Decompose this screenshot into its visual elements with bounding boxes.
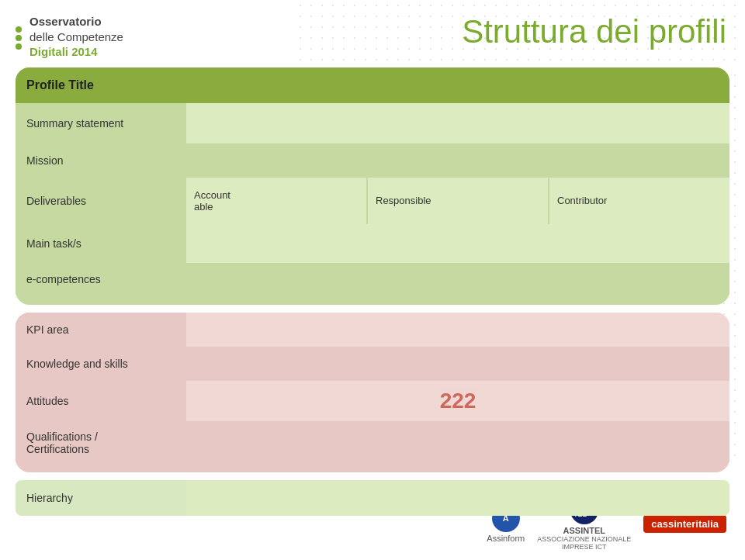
maintask-content: [186, 224, 729, 263]
page-title: Struttura dei profili: [462, 14, 726, 50]
knowledge-row: Knowledge and skills: [16, 347, 729, 381]
attitudes-number: 222: [440, 389, 476, 413]
knowledge-label: Knowledge and skills: [16, 347, 186, 381]
deliverables-cols: Account able Responsible Contributor: [186, 178, 729, 224]
deliverables-col-3: Contributor: [549, 178, 729, 224]
ecomp-content: [186, 263, 729, 296]
kpi-row: KPI area: [16, 313, 729, 347]
summary-label: Summary statement: [16, 103, 186, 143]
deliverables-col-1: Account able: [186, 178, 368, 224]
logo-dot-3: [16, 43, 22, 50]
header: Osservatorio delle Competenze Digitali 2…: [0, 0, 745, 67]
maintask-row: Main task/s: [16, 224, 729, 263]
attitudes-row: Attitudes 222: [16, 381, 729, 421]
assintel-label: ASSINTEL ASSOCIAZIONE NAZIONALEIMPRESE I…: [537, 526, 631, 551]
qualif-label: Qualifications / Certifications: [16, 421, 186, 463]
hierarchy-label: Hierarchy: [16, 480, 186, 516]
logo-text: Osservatorio delle Competenze Digitali 2…: [29, 14, 123, 60]
logo-dots: [16, 26, 22, 50]
qualif-row: Qualifications / Certifications: [16, 421, 729, 463]
mission-content: [186, 143, 729, 178]
logo-line2: delle Competenze: [29, 29, 123, 45]
logo-d: D: [29, 45, 38, 58]
summary-row: Summary statement: [16, 103, 729, 143]
summary-content: [186, 103, 729, 143]
mission-row: Mission: [16, 143, 729, 178]
logo-line1: Osservatorio: [29, 14, 123, 29]
kpi-label: KPI area: [16, 313, 186, 347]
attitudes-content: 222: [186, 381, 729, 421]
deliverables-row: Deliverables Account able Responsible Co…: [16, 178, 729, 224]
logo-igitali: igitali: [38, 45, 68, 58]
pink-section: KPI area Knowledge and skills Attitudes …: [16, 313, 729, 472]
qualif-content: [186, 421, 729, 463]
kpi-content: [186, 313, 729, 347]
logo-year: 2014: [71, 45, 97, 58]
deliverables-label: Deliverables: [16, 178, 186, 224]
profile-title-row: Profile Title: [16, 67, 729, 103]
logo-line3: Digitali 2014: [29, 44, 123, 60]
profile-title-bar: [186, 67, 729, 103]
logo-dot-1: [16, 26, 22, 33]
logo-dot-2: [16, 35, 22, 41]
maintask-label: Main task/s: [16, 224, 186, 263]
hierarchy-content: [186, 480, 729, 516]
attitudes-label: Attitudes: [16, 381, 186, 421]
profile-title-label: Profile Title: [16, 67, 186, 103]
deliverables-col-2: Responsible: [368, 178, 549, 224]
main-content: Profile Title Summary statement Mission …: [0, 67, 745, 524]
logo: Osservatorio delle Competenze Digitali 2…: [16, 14, 123, 60]
ecomp-label: e-competences: [16, 263, 186, 296]
mission-label: Mission: [16, 143, 186, 178]
green-section: Profile Title Summary statement Mission …: [16, 67, 729, 305]
ecomp-row: e-competences: [16, 263, 729, 296]
knowledge-content: [186, 347, 729, 381]
assinform-label: Assinform: [487, 534, 525, 543]
hierarchy-section: Hierarchy: [16, 480, 729, 516]
